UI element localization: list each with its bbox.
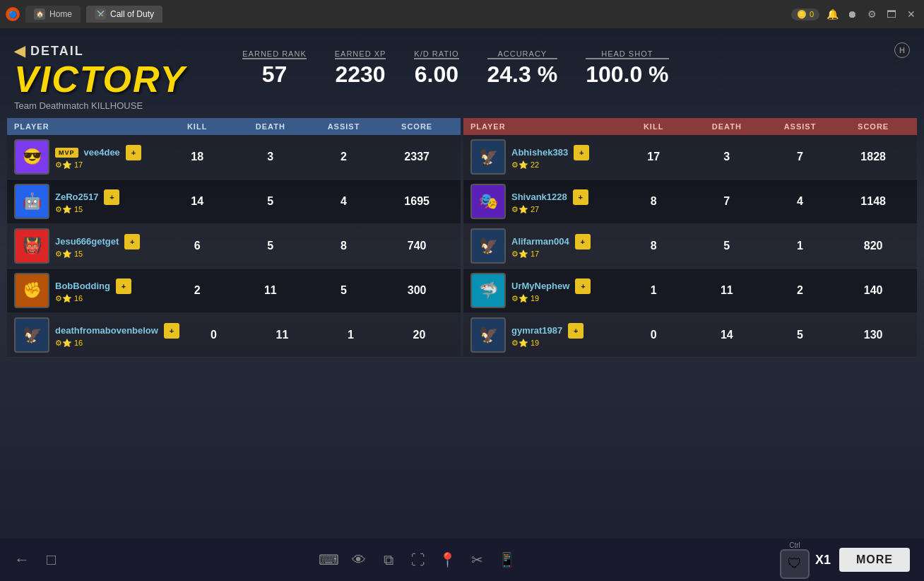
keyboard-tool-btn[interactable]: ⌨: [319, 549, 340, 570]
home-nav-btn[interactable]: □: [47, 551, 56, 569]
rank-icon: ⚙⭐: [511, 294, 528, 303]
record-btn[interactable]: ⏺: [845, 7, 859, 21]
settings-btn[interactable]: ⚙: [865, 7, 879, 21]
back-nav-btn[interactable]: ←: [14, 551, 30, 569]
add-friend-btn[interactable]: +: [575, 234, 591, 250]
back-arrow-icon[interactable]: ◀: [14, 42, 25, 59]
score-cell: 130: [836, 329, 910, 341]
table-row: ✊ BobBodding + ⚙⭐ 16 2 11 5 300: [7, 269, 461, 313]
stat-earned-xp-value: 2230: [335, 58, 386, 87]
player-rank: ⚙⭐ 22: [511, 160, 589, 170]
close-btn[interactable]: ✕: [904, 7, 918, 21]
red-col-death: DEATH: [690, 122, 764, 131]
blue-team-rows: 😎 MVP vee4dee + ⚙⭐ 17 18 3 2 2337: [7, 135, 461, 358]
add-friend-btn[interactable]: +: [575, 278, 591, 294]
blue-team-table: PLAYER KILL DEATH ASSIST SCORE 😎 MVP vee…: [7, 118, 461, 358]
mvp-badge: MVP: [55, 148, 78, 158]
death-cell: 11: [248, 329, 316, 341]
game-area: ◀ DETAIL VICTORY Team Deathmatch KILLHOU…: [0, 28, 924, 581]
player-info: 🤖 ZeRo2517 + ⚙⭐ 15: [14, 184, 160, 219]
player-name: Alifarman004: [511, 236, 569, 247]
assist-cell: 7: [764, 151, 837, 163]
avatar: 🦅: [470, 139, 506, 175]
rank-icon: ⚙⭐: [511, 339, 528, 348]
kill-cell: 18: [160, 151, 234, 163]
boost-icon: 🛡: [780, 549, 810, 579]
rank-value: 19: [531, 294, 539, 303]
table-row: 🤖 ZeRo2517 + ⚙⭐ 15 14 5 4 1695: [7, 180, 461, 224]
tab-home[interactable]: 🏠 Home: [25, 6, 81, 23]
assist-cell: 4: [307, 195, 381, 208]
bottom-tools: ⌨ 👁 ⧉ ⛶ 📍 ✂ 📱: [319, 549, 518, 570]
assist-cell: 2: [764, 284, 837, 297]
fullscreen-btn[interactable]: ⛶: [408, 549, 429, 570]
stat-accuracy-value: 24.3 %: [487, 58, 558, 87]
phone-btn[interactable]: 📱: [497, 549, 518, 570]
avatar: 🦈: [470, 273, 506, 308]
blue-col-player: PLAYER: [14, 122, 160, 131]
player-info: 🦅 gymrat1987 + ⚙⭐ 19: [470, 317, 617, 353]
tab-call-of-duty[interactable]: ⚔️ Call of Duty: [86, 6, 162, 23]
rank-value: 22: [531, 160, 539, 169]
player-details: Abhishek383 + ⚙⭐ 22: [511, 145, 589, 170]
table-row: 🦈 UrMyNephew + ⚙⭐ 19 1 11 2 140: [463, 269, 917, 313]
red-col-assist: ASSIST: [764, 122, 837, 131]
assist-cell: 5: [764, 329, 837, 341]
death-cell: 11: [690, 284, 764, 297]
stat-earned-rank-label: Earned Rank: [242, 49, 306, 58]
stat-earned-rank-value: 57: [242, 58, 306, 87]
death-cell: 5: [234, 240, 307, 252]
rank-icon: ⚙⭐: [55, 339, 72, 348]
add-friend-btn[interactable]: +: [124, 234, 140, 250]
maximize-btn[interactable]: 🗖: [884, 7, 899, 21]
screenshot-btn[interactable]: ✂: [467, 549, 488, 570]
score-cell: 1148: [836, 195, 910, 208]
blue-team-header: PLAYER KILL DEATH ASSIST SCORE: [7, 118, 461, 135]
add-friend-btn[interactable]: +: [568, 323, 584, 339]
player-name: UrMyNephew: [511, 281, 569, 291]
red-team-rows: 🦅 Abhishek383 + ⚙⭐ 22 17 3 7 1828: [463, 135, 917, 358]
add-friend-btn[interactable]: +: [164, 323, 179, 339]
stat-accuracy: Accuracy 24.3 %: [487, 49, 558, 87]
multi-instance-btn[interactable]: ⧉: [378, 549, 399, 570]
player-rank: ⚙⭐ 19: [511, 339, 584, 348]
home-tab-label: Home: [49, 9, 72, 19]
detail-nav: ◀ DETAIL: [14, 42, 186, 59]
add-friend-btn[interactable]: +: [574, 145, 589, 160]
player-info: ✊ BobBodding + ⚙⭐ 16: [14, 273, 160, 308]
table-row: 🦅 Alifarman004 + ⚙⭐ 17 8 5 1 820: [463, 224, 917, 269]
rank-value: 17: [531, 250, 539, 258]
player-name: Abhishek383: [511, 147, 568, 158]
red-col-kill: KILL: [617, 122, 690, 131]
location-btn[interactable]: 📍: [437, 549, 458, 570]
rank-icon: ⚙⭐: [511, 160, 528, 170]
rank-value: 16: [74, 294, 83, 303]
add-friend-btn[interactable]: +: [126, 145, 141, 160]
player-details: BobBodding + ⚙⭐ 16: [55, 278, 131, 303]
stats-row: Earned Rank 57 Earned XP 2230 K/D RATIO …: [242, 42, 668, 87]
notification-btn[interactable]: 🔔: [825, 7, 839, 21]
h-hotkey-btn[interactable]: H: [894, 42, 910, 58]
death-cell: 5: [234, 195, 307, 208]
add-friend-btn[interactable]: +: [573, 189, 588, 205]
death-cell: 3: [690, 151, 764, 163]
player-info: 🦅 Abhishek383 + ⚙⭐ 22: [470, 139, 617, 175]
player-info: 🦅 deathfromabovenbelow + ⚙⭐ 16: [14, 317, 179, 353]
rank-icon: ⚙⭐: [55, 250, 72, 259]
rank-value: 15: [74, 205, 83, 213]
kill-cell: 2: [160, 284, 234, 297]
add-friend-btn[interactable]: +: [104, 189, 119, 205]
stat-earned-xp: Earned XP 2230: [335, 49, 386, 87]
table-row: 🎭 Shivank1228 + ⚙⭐ 27 8 7 4 1148: [463, 180, 917, 224]
red-team-header: PLAYER KILL DEATH ASSIST SCORE: [463, 118, 917, 135]
add-friend-btn[interactable]: +: [116, 278, 131, 294]
score-cell: 1695: [380, 195, 454, 208]
score-cell: 300: [380, 284, 454, 297]
red-team-table: PLAYER KILL DEATH ASSIST SCORE 🦅 Abhishe…: [463, 118, 917, 358]
kill-cell: 6: [160, 240, 234, 252]
death-cell: 5: [690, 240, 764, 252]
eye-tool-btn[interactable]: 👁: [348, 549, 369, 570]
score-cell: 2337: [380, 151, 454, 163]
more-button[interactable]: MORE: [839, 548, 910, 572]
death-cell: 7: [690, 195, 764, 208]
